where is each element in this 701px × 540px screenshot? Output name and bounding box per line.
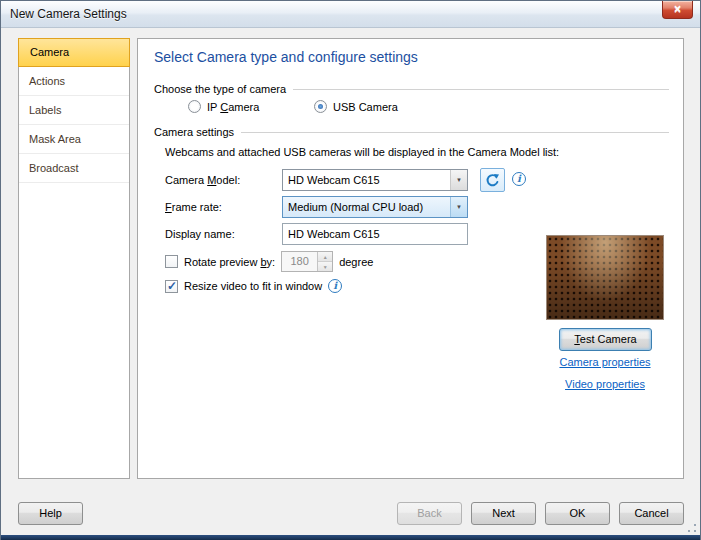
- page-title: Select Camera type and configure setting…: [154, 49, 418, 65]
- usb-camera-radio[interactable]: [314, 100, 327, 113]
- video-properties-link[interactable]: Video properties: [543, 378, 667, 390]
- sidebar: Camera Actions Labels Mask Area Broadcas…: [18, 38, 130, 479]
- title-bar[interactable]: New Camera Settings ×: [1, 1, 700, 28]
- spin-up-icon[interactable]: ▲: [318, 252, 332, 262]
- preview-links: Camera properties Video properties: [543, 356, 667, 390]
- window-title: New Camera Settings: [10, 7, 127, 21]
- camera-settings-group-label: Camera settings: [154, 126, 234, 138]
- dialog-content: Camera Actions Labels Mask Area Broadcas…: [1, 28, 700, 535]
- rotate-preview-checkbox[interactable]: [165, 255, 178, 268]
- rotate-degree-stepper[interactable]: 180 ▲ ▼: [281, 251, 333, 272]
- frame-rate-dropdown[interactable]: Medium (Normal CPU load) ▼: [282, 196, 468, 218]
- usb-camera-label: USB Camera: [333, 101, 398, 113]
- camera-model-value: HD Webcam C615: [288, 174, 380, 186]
- ip-camera-label: IP Camera: [207, 101, 259, 113]
- sidebar-item-labels[interactable]: Labels: [19, 96, 129, 125]
- camera-properties-link[interactable]: Camera properties: [543, 356, 667, 368]
- window-bottom-border: [1, 535, 700, 540]
- rotate-degree-value: 180: [282, 252, 317, 271]
- resize-video-label: Resize video to fit in window: [184, 280, 322, 292]
- footer-button-bar: Help Back Next OK Cancel: [18, 502, 684, 525]
- chevron-down-icon[interactable]: ▼: [450, 197, 467, 217]
- refresh-camera-list-button[interactable]: [480, 168, 505, 192]
- ip-camera-radio[interactable]: [188, 100, 201, 113]
- close-button[interactable]: ×: [662, 1, 693, 19]
- frame-rate-label: Frame rate:: [165, 196, 222, 218]
- next-button[interactable]: Next: [471, 502, 536, 525]
- display-name-value: HD Webcam C615: [288, 228, 380, 240]
- camera-model-info-icon[interactable]: i: [512, 172, 526, 186]
- new-camera-settings-dialog: New Camera Settings × Camera Actions Lab…: [0, 0, 701, 540]
- help-button[interactable]: Help: [18, 502, 83, 525]
- frame-rate-value: Medium (Normal CPU load): [288, 201, 423, 213]
- cancel-button[interactable]: Cancel: [619, 502, 684, 525]
- sidebar-item-mask-area[interactable]: Mask Area: [19, 125, 129, 154]
- degree-suffix-label: degree: [339, 256, 373, 268]
- ok-button[interactable]: OK: [545, 502, 610, 525]
- spin-down-icon[interactable]: ▼: [318, 262, 332, 271]
- test-camera-button[interactable]: Test Camera: [559, 328, 652, 351]
- resize-video-row: Resize video to fit in window i: [165, 279, 342, 293]
- rotate-preview-label: Rotate preview by:: [184, 256, 275, 268]
- display-name-input[interactable]: HD Webcam C615: [282, 223, 468, 245]
- group-divider-line: [241, 132, 669, 133]
- stepper-buttons[interactable]: ▲ ▼: [317, 252, 332, 271]
- display-name-label: Display name:: [165, 223, 235, 245]
- camera-model-label: Camera Model:: [165, 169, 240, 191]
- camera-type-group-label: Choose the type of camera: [154, 83, 286, 95]
- sidebar-item-actions[interactable]: Actions: [19, 67, 129, 96]
- rotate-preview-row: Rotate preview by: 180 ▲ ▼ degree: [165, 251, 373, 272]
- close-icon: ×: [674, 2, 681, 16]
- camera-model-dropdown[interactable]: HD Webcam C615 ▼: [282, 169, 468, 191]
- camera-type-group-header: Choose the type of camera: [154, 83, 669, 95]
- sidebar-item-camera[interactable]: Camera: [18, 38, 130, 67]
- resize-video-checkbox[interactable]: [165, 280, 178, 293]
- back-button: Back: [397, 502, 462, 525]
- camera-settings-group-header: Camera settings: [154, 126, 669, 138]
- camera-preview-image: [547, 236, 663, 319]
- webcam-description: Webcams and attached USB cameras will be…: [165, 146, 559, 158]
- main-panel: Select Camera type and configure setting…: [137, 38, 684, 479]
- usb-camera-option[interactable]: USB Camera: [314, 100, 398, 113]
- resize-grip[interactable]: [687, 523, 697, 533]
- chevron-down-icon[interactable]: ▼: [450, 170, 467, 190]
- sidebar-item-broadcast[interactable]: Broadcast: [19, 154, 129, 183]
- group-divider-line: [293, 89, 669, 90]
- ip-camera-option[interactable]: IP Camera: [188, 100, 259, 113]
- refresh-icon: [485, 173, 500, 188]
- resize-video-info-icon[interactable]: i: [328, 279, 342, 293]
